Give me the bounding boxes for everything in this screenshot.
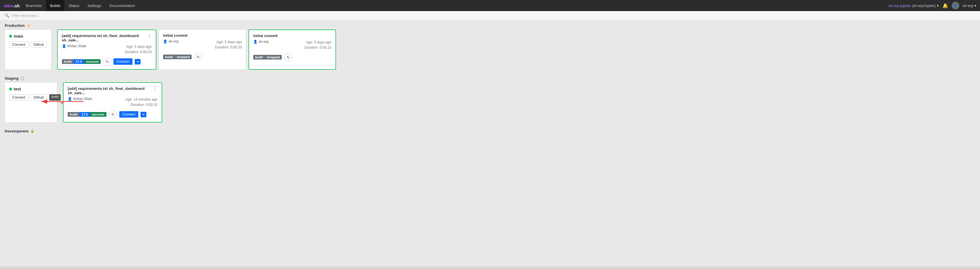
user-avatar[interactable]: 👤: [952, 2, 959, 10]
connect-caret-1[interactable]: ▾: [135, 59, 141, 64]
staging-icon: 📋: [21, 76, 24, 80]
branch-card-main: main Connect Github: [5, 29, 51, 70]
nav-settings[interactable]: Settings: [83, 0, 105, 11]
brand-logo: odoo.sh: [3, 3, 19, 8]
lock-icon: 🔒: [30, 129, 34, 133]
test-github-button[interactable]: Github: [30, 94, 47, 101]
badge-build-label-1: build: [62, 59, 73, 64]
build-times-3: Age: 5 days ago Duration: 0:00:15: [304, 40, 331, 50]
staging-connect-button-1[interactable]: Connect: [119, 111, 138, 118]
staging-build-meta-1: 👤 Khilan Shah Age: 14 minutes ago Durati…: [68, 97, 158, 107]
staging-person-icon-1: 👤: [68, 97, 72, 101]
nav-documentation[interactable]: Documentation: [105, 0, 139, 11]
staging-builds-row: [add] requirements.txt sh_fleet_dashboar…: [60, 82, 980, 123]
user-menu[interactable]: sh-erp ▾: [963, 3, 977, 8]
person-icon-1: 👤: [62, 44, 66, 48]
staging-badge-status-1: success: [90, 112, 107, 117]
badge-build-label-2: build: [163, 54, 175, 59]
build-commit-1: [add] requirements.txt sh_fleet_dashboar…: [62, 33, 152, 42]
staging-refresh-1[interactable]: ↻: [109, 110, 117, 118]
staging-build-commit-1: [add] requirements.txt sh_fleet_dashboar…: [68, 86, 158, 95]
build-card-staging-1: [add] requirements.txt sh_fleet_dashboar…: [63, 82, 162, 123]
username-label[interactable]: sh-erp-jupiter (sh-erp/Jupiter) ▾: [888, 3, 939, 8]
badge-status-3: dropped: [265, 55, 282, 59]
branch-actions-main: Connect Github: [9, 41, 47, 48]
development-empty: [0, 135, 980, 153]
branch-status-dot: [9, 35, 12, 38]
build-card-production-1: [add] requirements.txt sh_fleet_dashboar…: [57, 29, 156, 70]
build-author-1: 👤 Khilan Shah: [62, 44, 86, 48]
build-footer-1: build 17.0 success ↻ Connect ▾: [62, 57, 152, 66]
refresh-button-3[interactable]: ↻: [284, 53, 292, 61]
build-times-1: Age: 5 days ago Duration: 0:00:20: [125, 44, 152, 54]
staging-build-author-1: 👤 Khilan Shah: [68, 97, 92, 101]
navbar: odoo.sh Branches Builds Status Settings …: [0, 0, 980, 11]
refresh-button-2[interactable]: ↻: [194, 53, 202, 61]
nav-right: sh-erp-jupiter (sh-erp/Jupiter) ▾ 🔔 👤 sh…: [888, 2, 977, 10]
branch-github-button[interactable]: Github: [30, 41, 47, 48]
build-times-2: Age: 5 days ago Duration: 0:00:20: [215, 40, 242, 50]
staging-header: Staging 📋: [0, 73, 980, 82]
person-icon-2: 👤: [163, 40, 167, 43]
build-badge-group-1: build 17.0 success: [62, 59, 100, 64]
development-label: Development: [5, 129, 29, 133]
staging-badge-version-1: 17.0: [80, 112, 89, 117]
build-author-2: 👤 sh-erp: [163, 40, 178, 43]
build-footer-2: build dropped ↻: [163, 53, 242, 61]
branch-actions-test: Connect Github build: [9, 94, 53, 101]
build-badge-group-3: build dropped: [253, 55, 282, 59]
filter-bar: 🔍: [0, 11, 980, 21]
production-row: main Connect Github [add] requirements.t…: [0, 29, 980, 73]
production-label: Production: [5, 23, 25, 28]
filter-input[interactable]: [12, 13, 70, 18]
badge-status-1: success: [84, 59, 100, 64]
build-card-production-3: Initial commit 👤 sh-erp Age: 5 days ago …: [248, 29, 336, 70]
build-meta-1: 👤 Khilan Shah Age: 5 days ago Duration: …: [62, 44, 152, 54]
branch-connect-button[interactable]: Connect: [9, 41, 29, 48]
staging-row: test Connect Github build: [0, 82, 980, 126]
production-header: Production ⚡: [0, 21, 980, 29]
staging-build-footer-1: build 17.0 success ↻ Connect ▾: [68, 110, 158, 118]
staging-label: Staging: [5, 76, 19, 81]
nav-status[interactable]: Status: [64, 0, 83, 11]
development-header: Development 🔒: [0, 126, 980, 135]
build-annotation-label: build: [49, 94, 60, 101]
staging-build-times-1: Age: 14 minutes ago Duration: 0:00:10: [126, 97, 158, 107]
connect-button-1[interactable]: Connect: [113, 58, 132, 65]
build-footer-3: build dropped ↻: [253, 53, 331, 61]
staging-section: Staging 📋 test Connect Github build: [0, 73, 980, 126]
staging-connect-caret-1[interactable]: ▾: [141, 112, 146, 117]
branch-name-main: main: [9, 34, 47, 38]
odoo-logo-text: odoo.sh: [3, 3, 19, 8]
branch-name-test: test: [9, 87, 53, 91]
build-commit-3: Initial commit: [253, 33, 331, 38]
build-menu-dots-1[interactable]: ⋮: [147, 33, 152, 38]
production-section: Production ⚡ main Connect Github: [0, 21, 980, 73]
staging-build-menu-dots[interactable]: ⋮: [153, 86, 158, 91]
build-commit-2: Initial commit: [163, 33, 242, 38]
staging-badge-group-1: build 17.0 success: [68, 112, 107, 117]
test-status-dot: [9, 88, 12, 91]
badge-build-label-3: build: [253, 55, 265, 59]
main-content: Production ⚡ main Connect Github: [0, 21, 980, 266]
filter-search-icon: 🔍: [5, 13, 10, 18]
badge-status-2: dropped: [175, 54, 192, 59]
production-builds-row: [add] requirements.txt sh_fleet_dashboar…: [55, 29, 980, 70]
nav-branches[interactable]: Branches: [22, 0, 46, 11]
red-line-annotation: [60, 102, 64, 103]
build-meta-2: 👤 sh-erp Age: 5 days ago Duration: 0:00:…: [163, 40, 242, 50]
development-section: Development 🔒: [0, 126, 980, 153]
build-meta-3: 👤 sh-erp Age: 5 days ago Duration: 0:00:…: [253, 40, 331, 50]
badge-version-1: 17.0: [73, 59, 84, 64]
person-icon-3: 👤: [253, 40, 258, 44]
notification-bell[interactable]: 🔔: [942, 3, 948, 8]
build-author-3: 👤 sh-erp: [253, 40, 269, 44]
build-card-production-2: Initial commit 👤 sh-erp Age: 5 days ago …: [159, 29, 246, 70]
staging-badge-build-1: build: [68, 112, 80, 117]
production-icon: ⚡: [27, 24, 31, 28]
branch-card-test: test Connect Github build: [5, 82, 57, 123]
refresh-button-1[interactable]: ↻: [103, 57, 111, 66]
nav-builds[interactable]: Builds: [46, 0, 64, 11]
build-badge-group-2: build dropped: [163, 54, 192, 59]
test-connect-button[interactable]: Connect: [9, 94, 29, 101]
